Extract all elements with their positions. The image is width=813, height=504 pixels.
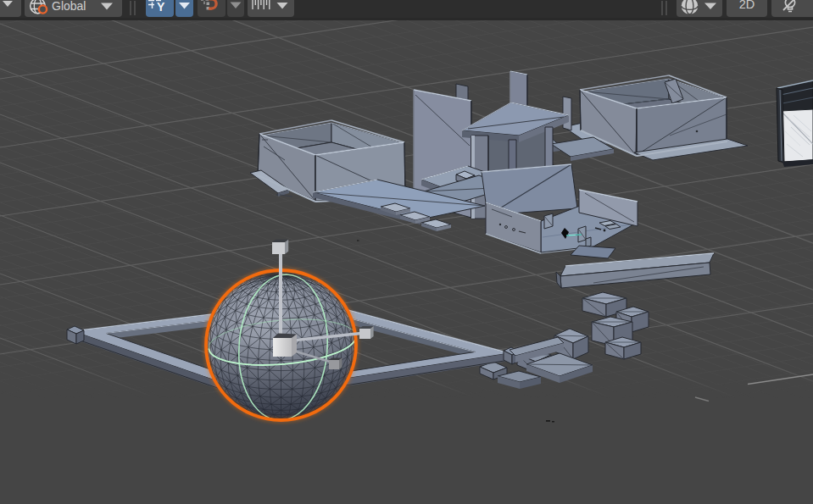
svg-text:Y: Y (157, 0, 165, 14)
svg-text:Global: Global (52, 0, 86, 13)
